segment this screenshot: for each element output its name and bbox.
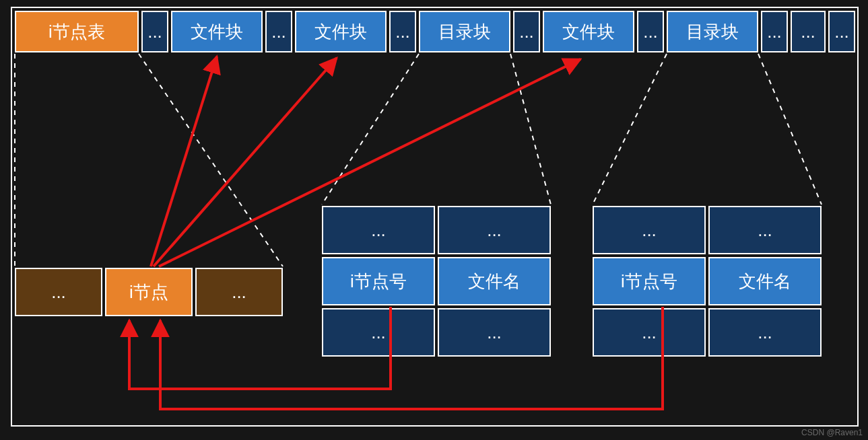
top-inode-table: i节点表 — [15, 11, 139, 52]
inode-row-ellipsis-right: ... — [195, 268, 283, 316]
top-ellipsis-5: ... — [637, 11, 664, 52]
dir1-r3c2: ... — [438, 308, 551, 357]
top-ellipsis-7: ... — [791, 11, 826, 52]
dir2-inode-num: i节点号 — [593, 257, 706, 305]
top-file-block-1: 文件块 — [171, 11, 263, 52]
credit-text: CSDN @Raven1 — [801, 428, 863, 437]
dir2-r3c2: ... — [708, 308, 822, 357]
top-dir-block-1: 目录块 — [419, 11, 510, 52]
dir2-r1c2: ... — [708, 206, 822, 254]
dir2-r1c1: ... — [593, 206, 706, 254]
dir1-inode-num: i节点号 — [322, 257, 435, 305]
dir1-r1c1: ... — [322, 206, 435, 254]
dir1-r3c1: ... — [322, 308, 435, 357]
inode-cell: i节点 — [105, 268, 193, 316]
top-dir-block-2: 目录块 — [667, 11, 758, 52]
dir2-file-name: 文件名 — [708, 257, 822, 305]
top-ellipsis-8: ... — [828, 11, 855, 52]
dir1-file-name: 文件名 — [438, 257, 551, 305]
dir2-r3c1: ... — [593, 308, 706, 357]
top-ellipsis-6: ... — [761, 11, 788, 52]
top-file-block-3: 文件块 — [543, 11, 634, 52]
inode-row-ellipsis-left: ... — [15, 268, 102, 316]
top-ellipsis-1: ... — [141, 11, 168, 52]
top-ellipsis-3: ... — [389, 11, 416, 52]
top-file-block-2: 文件块 — [295, 11, 387, 52]
top-ellipsis-2: ... — [265, 11, 292, 52]
dir1-r1c2: ... — [438, 206, 551, 254]
top-ellipsis-4: ... — [513, 11, 540, 52]
